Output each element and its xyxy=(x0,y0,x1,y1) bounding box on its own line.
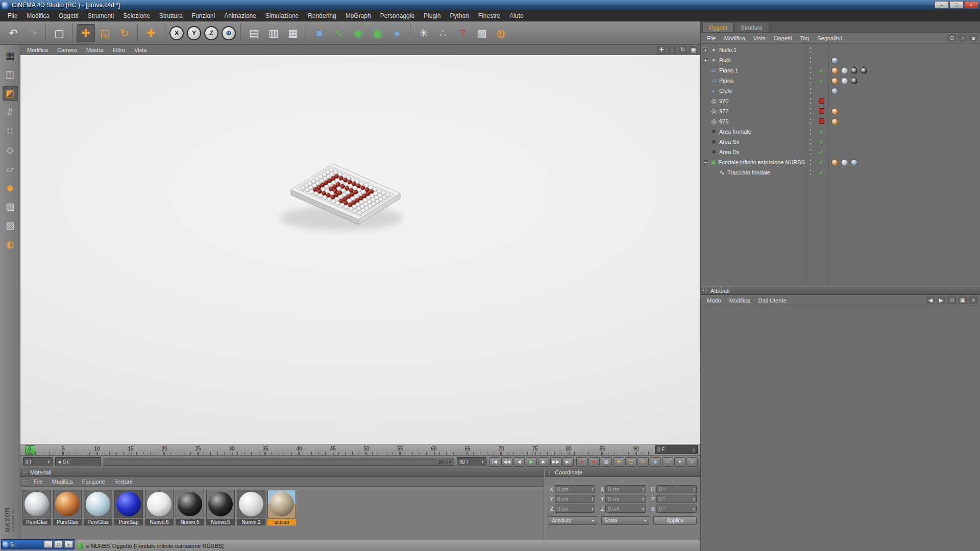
playback-mode-button[interactable]: ▾ xyxy=(674,457,685,467)
materials-menu-file[interactable]: File xyxy=(29,478,47,486)
rotate-view-icon[interactable]: ↻ xyxy=(678,46,688,54)
lock-z-axis-button[interactable]: Z xyxy=(204,26,218,40)
editor-visibility-dot[interactable] xyxy=(809,159,812,162)
coordinate-input[interactable]: 0 cm▲▼ xyxy=(605,485,646,493)
object-row[interactable]: ◐Cielo xyxy=(701,86,980,96)
enable-toggle[interactable]: ✓ xyxy=(817,149,825,156)
key-scale-button[interactable]: ◱ xyxy=(625,457,636,467)
range-end-spinner[interactable]: 90 F ▲▼ xyxy=(457,457,486,466)
texture-mode-button[interactable]: ◩ xyxy=(3,86,18,101)
add-xpresso-button[interactable]: ◍ xyxy=(492,24,510,42)
tab-oggetti[interactable]: Oggetti xyxy=(702,22,733,32)
texture-orange-tag[interactable] xyxy=(831,78,838,84)
panel-grip-icon[interactable] xyxy=(22,470,27,475)
object-row[interactable]: +⌖Rubi xyxy=(701,55,980,65)
history-back-icon[interactable]: ◀ xyxy=(926,296,935,304)
add-modeling-object-button[interactable]: ▣ xyxy=(369,24,387,42)
texture-orange-tag[interactable] xyxy=(831,67,838,74)
materials-menu-funzione[interactable]: Funzione xyxy=(78,478,110,486)
mini-close-button[interactable]: × xyxy=(64,541,73,548)
attributes-menu-modo[interactable]: Modo xyxy=(703,296,725,305)
mini-restore-button[interactable]: □ xyxy=(54,541,63,548)
object-row[interactable]: ◎970 xyxy=(701,96,980,106)
viewport-3d-object[interactable] xyxy=(20,55,700,444)
visibility-dots[interactable] xyxy=(809,169,812,176)
editor-visibility-dot[interactable] xyxy=(809,77,812,80)
sound-toggle-button[interactable]: ♪ xyxy=(687,457,698,467)
coordinate-mode-dropdown[interactable]: Assoluto xyxy=(549,516,597,525)
texture-dark-tag[interactable] xyxy=(851,78,857,84)
materials-panel-header[interactable]: Materiali xyxy=(20,468,544,477)
panel-menu-icon[interactable]: ≡ xyxy=(969,296,978,304)
coordinate-scale-dropdown[interactable]: Scala xyxy=(601,516,650,525)
render-visibility-dot[interactable] xyxy=(809,163,812,166)
transport-play-forwards-button[interactable]: ▶ xyxy=(526,457,537,467)
stepper-arrows-icon[interactable]: ▲▼ xyxy=(591,497,594,501)
transport-goto-end-button[interactable]: ▶| xyxy=(562,457,574,467)
stepper-arrows-icon[interactable]: ▲▼ xyxy=(591,507,594,511)
menu-animazione[interactable]: Animazione xyxy=(219,11,261,21)
render-settings-button[interactable]: ▦ xyxy=(284,24,302,42)
make-editable-button[interactable]: ▦ xyxy=(3,48,18,63)
material-item[interactable]: Nuovo.6 xyxy=(145,490,174,525)
objects-menu-segnalibri[interactable]: Segnalibri xyxy=(813,34,846,42)
rotate-tool-button[interactable]: ↻ xyxy=(115,24,134,42)
coordinate-input[interactable]: 0 cm▲▼ xyxy=(555,505,595,513)
render-visibility-dot[interactable] xyxy=(809,132,812,135)
window-titlebar[interactable]: CINEMA 4D Studio (RC ) - [prova.c4d *] –… xyxy=(0,0,980,10)
menu-strumenti[interactable]: Strumenti xyxy=(83,11,118,21)
mini-minimize-button[interactable]: – xyxy=(44,541,53,548)
visibility-dots[interactable] xyxy=(809,138,812,145)
material-item[interactable]: PureGlas xyxy=(84,490,112,525)
help-button[interactable]: ? xyxy=(453,24,472,42)
redo-button[interactable]: ↷ xyxy=(23,24,42,42)
menu-aiuto[interactable]: Aiuto xyxy=(505,11,528,21)
menu-rendering[interactable]: Rendering xyxy=(303,11,340,21)
add-nurbs-button[interactable]: ◉ xyxy=(349,24,368,42)
menu-plugin[interactable]: Plugin xyxy=(419,11,445,21)
menu-mograph[interactable]: MoGraph xyxy=(341,11,376,21)
key-point-level-button[interactable]: ∴ xyxy=(662,457,673,467)
visibility-dots[interactable] xyxy=(809,87,812,94)
render-visibility-dot[interactable] xyxy=(809,102,812,105)
editor-visibility-dot[interactable] xyxy=(809,46,812,49)
scale-tool-button[interactable]: ◱ xyxy=(96,24,114,42)
current-frame-field[interactable]: 0 F ▲▼ xyxy=(655,445,698,454)
add-spline-button[interactable]: ∿ xyxy=(330,24,348,42)
key-parameter-button[interactable]: ◆ xyxy=(650,457,661,467)
editor-visibility-dot[interactable] xyxy=(809,57,812,60)
menu-personaggio[interactable]: Personaggio xyxy=(376,11,419,21)
stepper-arrows-icon[interactable]: ▲▼ xyxy=(642,497,645,501)
coordinate-input[interactable]: 0 cm▲▼ xyxy=(555,495,595,503)
timeline-ruler[interactable]: 051015202530354045505560657075808590 0 F… xyxy=(20,444,700,456)
minimize-button[interactable]: – xyxy=(935,1,949,9)
stepper-arrows-icon[interactable]: ▲▼ xyxy=(642,507,645,511)
visibility-dots[interactable] xyxy=(809,159,812,166)
visibility-dots[interactable] xyxy=(809,128,812,135)
toggle-view-icon[interactable]: ▣ xyxy=(689,46,698,54)
coordinate-input[interactable]: 0 °▲▼ xyxy=(656,505,697,513)
coordinate-input[interactable]: 0 °▲▼ xyxy=(656,495,697,503)
objects-menu-tag[interactable]: Tag xyxy=(796,34,813,42)
visibility-dots[interactable] xyxy=(809,67,812,74)
frame-stepper-icon[interactable]: ▲▼ xyxy=(693,448,695,452)
texture-axis-mode-button[interactable]: ▨ xyxy=(3,199,18,214)
material-item[interactable]: PureSap xyxy=(114,490,143,525)
objects-menu-file[interactable]: File xyxy=(703,34,720,42)
render-visibility-dot[interactable] xyxy=(809,71,812,74)
stepper-arrows-icon[interactable]: ▲▼ xyxy=(693,487,695,491)
coordinate-column-header[interactable]: – xyxy=(650,479,697,485)
range-start-spinner[interactable]: 0 F ▲▼ xyxy=(23,457,53,466)
keyframe-selection-button[interactable]: ▤ xyxy=(601,457,612,467)
filter-icon[interactable]: ≡ xyxy=(969,34,978,42)
enable-toggle[interactable]: ✓ xyxy=(817,67,825,74)
add-mograph-button[interactable]: ▩ xyxy=(473,24,491,42)
close-button[interactable]: × xyxy=(964,1,978,9)
add-environment-button[interactable]: ✳ xyxy=(414,24,433,42)
undo-button[interactable]: ↶ xyxy=(4,24,22,42)
texture-photo-tag[interactable] xyxy=(831,88,838,94)
transport-previous-frame-button[interactable]: ◀ xyxy=(513,457,525,467)
attributes-menu-dati-utente[interactable]: Dati Utente xyxy=(754,296,791,305)
workplane-mode-button[interactable]: # xyxy=(3,105,18,120)
current-marker-field[interactable]: ◀ 0 F xyxy=(55,457,101,466)
